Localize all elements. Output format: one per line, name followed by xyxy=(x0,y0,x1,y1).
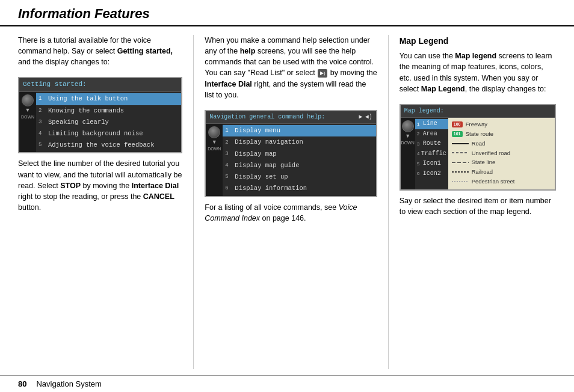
screen-getting-started: Getting started: ▼ DOWN 1Using the talk … xyxy=(18,77,182,153)
dial-arrow-down: ▼ xyxy=(212,139,217,145)
left-para2: Select the line number of the desired tu… xyxy=(18,158,182,213)
screen-nav-help-body: ▼ DOWN 1Display menu 2Display navigation… xyxy=(206,124,375,195)
map-legend-list: 1Line 2Area 3Route 4Traffic 5Icon1 xyxy=(415,118,448,189)
railroad-line xyxy=(452,171,469,173)
dial-arrow-down: ▼ xyxy=(405,133,410,139)
dial-circle xyxy=(208,126,220,138)
dial-circle xyxy=(402,120,414,132)
legend-row-stateline: State line xyxy=(452,158,551,167)
dial-label: DOWN xyxy=(208,146,221,152)
audio-icon: ◀) xyxy=(365,113,372,122)
dial-label: DOWN xyxy=(401,140,415,146)
list-item: 6Display information xyxy=(223,183,375,194)
dial-label: DOWN xyxy=(21,114,34,120)
legend-detail-panel: 100 Freeway 101 State route Road xyxy=(448,118,555,189)
page-header: Information Features xyxy=(0,0,574,26)
speaker-icon: ▶) xyxy=(318,69,327,78)
stateroute-icon: 101 xyxy=(452,131,463,137)
screen-dial-left: ▼ DOWN xyxy=(19,92,36,152)
col-left: There is a tutorial available for the vo… xyxy=(18,35,182,369)
list-item: 1Display menu xyxy=(223,125,375,136)
screen-map-legend-body: ▼ DOWN 1Line 2Area 3Route xyxy=(401,118,555,189)
freeway-label: Freeway xyxy=(466,120,487,129)
list-item: 1Line xyxy=(415,119,448,129)
freeway-icon: 100 xyxy=(452,121,463,127)
stateline-line xyxy=(452,162,469,163)
map-legend-heading: Map Legend xyxy=(400,35,556,47)
list-item: 4Limiting background noise xyxy=(36,128,181,139)
screen-map-legend: Map legend: ▼ DOWN 1Line 2Area xyxy=(400,104,556,191)
legend-row-road: Road xyxy=(452,139,551,148)
list-item: 5Adjusting the voice feedback xyxy=(36,139,181,151)
unverified-line xyxy=(452,152,469,153)
legend-row-freeway: 100 Freeway xyxy=(452,120,551,129)
dial-circle xyxy=(22,94,34,106)
mid-para2: For a listing of all voice commands, see… xyxy=(205,202,377,224)
screen-dial-mid: ▼ DOWN xyxy=(206,124,223,195)
stateline-label: State line xyxy=(472,158,496,167)
screen-map-legend-header: Map legend: xyxy=(401,105,555,118)
road-line xyxy=(452,143,469,144)
page-title: Information Features xyxy=(18,6,150,21)
screen-header-icons: ▶ ◀) xyxy=(359,113,372,122)
stateroute-label: State route xyxy=(466,130,493,138)
col-mid: When you make a command help selection u… xyxy=(193,35,377,369)
list-item: 1Using the talk button xyxy=(36,93,181,105)
list-item: 4Display map guide xyxy=(223,160,375,171)
list-item: 2Knowing the commands xyxy=(36,105,181,117)
list-item: 2Area xyxy=(415,129,448,139)
legend-row-unverified: Unverified road xyxy=(452,149,551,158)
right-para1: You can use the Map legend screens to le… xyxy=(400,51,556,94)
right-para2: Say or select the desired item or item n… xyxy=(400,195,556,217)
screen-nav-help: Navigation general command help: ▶ ◀) ▼ … xyxy=(205,110,377,197)
legend-row-stateroute: 101 State route xyxy=(452,130,551,138)
list-item: 2Display navigation xyxy=(223,136,375,148)
legend-row-pedestrian: Pedestrian street xyxy=(452,177,551,186)
left-para1: There is a tutorial available for the vo… xyxy=(18,35,182,67)
railroad-label: Railroad xyxy=(472,168,493,176)
dial-arrow-down: ▼ xyxy=(25,108,31,113)
pedestrian-line xyxy=(452,181,469,182)
list-item: 4Traffic xyxy=(415,149,448,159)
footer-nav-label: Navigation System xyxy=(36,379,101,388)
page-number: 80 xyxy=(18,379,26,388)
list-item: 6Icon2 xyxy=(415,169,448,179)
list-item: 5Display set up xyxy=(223,171,375,183)
pedestrian-label: Pedestrian street xyxy=(472,177,515,186)
play-icon: ▶ xyxy=(359,113,363,122)
road-label: Road xyxy=(472,139,486,148)
col-right: Map Legend You can use the Map legend sc… xyxy=(388,35,556,369)
page-container: Information Features There is a tutorial… xyxy=(0,0,574,392)
mid-para1: When you make a command help selection u… xyxy=(205,35,377,100)
list-item: 3Display map xyxy=(223,149,375,160)
list-item: 3Speaking clearly xyxy=(36,117,181,128)
content-area: There is a tutorial available for the vo… xyxy=(0,26,574,375)
screen-nav-list: 1Display menu 2Display navigation 3Displ… xyxy=(223,124,375,195)
unverified-label: Unverified road xyxy=(472,149,510,158)
list-item: 5Icon1 xyxy=(415,159,448,169)
screen-dial-right: ▼ DOWN xyxy=(401,118,415,189)
screen-getting-started-body: ▼ DOWN 1Using the talk button 2Knowing t… xyxy=(19,92,181,152)
screen-getting-started-list: 1Using the talk button 2Knowing the comm… xyxy=(36,92,181,152)
legend-row-railroad: Railroad xyxy=(452,168,551,176)
screen-nav-help-header: Navigation general command help: ▶ ◀) xyxy=(206,111,375,124)
screen-getting-started-header: Getting started: xyxy=(19,78,181,92)
list-item: 3Route xyxy=(415,139,448,149)
page-footer: 80 Navigation System xyxy=(0,375,574,392)
